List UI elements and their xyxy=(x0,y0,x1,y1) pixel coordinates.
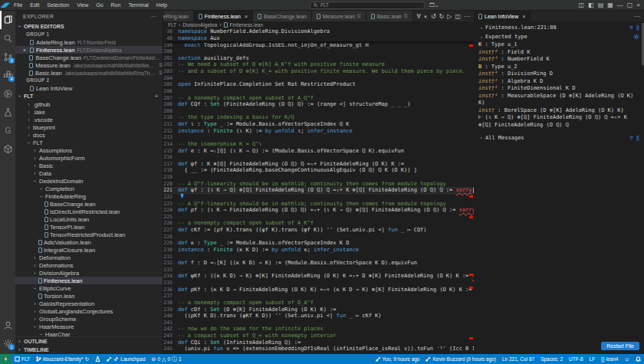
folder-docs[interactable]: ›docs xyxy=(15,131,163,139)
code-line[interactable]: 227def cKf := (ρf K).trans ((ψf K).trans… xyxy=(163,227,474,234)
all-messages-header[interactable]: › All Messages ▽‖ xyxy=(478,135,639,143)
code-line[interactable]: 205open InfinitePlace.Completion Set Rat… xyxy=(163,81,474,88)
code-line[interactable]: 229def κ : Type _ := Module.Basis.ofVect… xyxy=(163,240,474,247)
menu-file[interactable]: File xyxy=(11,2,25,8)
sync-icon[interactable]: ↻ xyxy=(84,356,89,362)
folder-deformations[interactable]: ›Deformations xyxy=(15,261,163,269)
code-line[interactable]: 212instance : Finite (ι K) := by unfold … xyxy=(163,127,474,134)
pin-icon[interactable]: ⊙ xyxy=(630,25,633,32)
folder-completion[interactable]: ›Completion xyxy=(15,185,163,192)
code-line[interactable]: 241 xyxy=(163,320,474,326)
layout-control-icon[interactable]: ▦ xyxy=(607,2,613,9)
code-line[interactable]: 202-- We need a subset of D ⊗[K] A_K^f w… xyxy=(163,61,474,68)
split-editor-icon[interactable]: ◫ xyxy=(455,13,461,20)
tab-basechange-lean[interactable]: BaseChange.lean xyxy=(253,11,312,21)
code-line[interactable]: 228 xyxy=(163,233,474,240)
code-line[interactable]: 216 xyxy=(163,154,474,161)
more-actions-icon[interactable]: ⋯ xyxy=(634,13,640,20)
code-line[interactable]: 236def ρKf : (κ K D → FiniteAdeleRing (O… xyxy=(163,286,474,293)
code-line[interactable]: 239def cDf : Set (D ⊗[K] FiniteAdeleRing… xyxy=(163,306,474,313)
more-actions-icon[interactable]: ⋯ xyxy=(464,13,470,20)
code-line[interactable]: 220-- A ℚ^f-linearity should be in mathl… xyxy=(163,180,474,187)
code-line[interactable]: 224def ρf : (ι K → FiniteAdeleRing (O ℚ)… xyxy=(163,207,474,214)
menu-terminal[interactable]: Terminal xyxy=(125,2,151,8)
settings-gear-icon[interactable]: 1 xyxy=(0,334,15,353)
file-finiteness.lean[interactable]: Finiteness.lean xyxy=(15,277,163,284)
lean-extension-icon[interactable] xyxy=(0,139,15,158)
infoview-location-header[interactable]: › Finiteness.lean:221:88 ⊙‖ xyxy=(478,25,639,32)
minimize-icon[interactable]: — xyxy=(617,2,623,9)
open-editor-item[interactable]: BaseChange.leanFLT/DedekindDomain/Finite… xyxy=(15,54,163,61)
file-localunits.lean[interactable]: LocalUnits.lean xyxy=(15,215,163,223)
explorer-more-icon[interactable]: ⋯ xyxy=(151,14,156,20)
language-mode[interactable]: {}lean4 xyxy=(598,356,621,362)
code-line[interactable]: 211def ι : Type _ := Module.Basis.ofVect… xyxy=(163,121,474,128)
command-center-search[interactable]: FLT xyxy=(310,2,425,9)
breadcrumb[interactable]: FLT›DivisionAlgebra›Finiteness.lean xyxy=(163,21,474,28)
expected-type-header[interactable]: › Expected type xyxy=(478,34,639,41)
gitlens-icon[interactable]: G xyxy=(0,121,15,139)
search-icon[interactable] xyxy=(0,29,15,48)
close-icon[interactable]: × xyxy=(21,47,28,54)
cursor-position[interactable]: Ln 221, Col 87 xyxy=(499,356,537,362)
code-line[interactable]: 214-- the isomorphism K = ℚ^ι xyxy=(163,141,474,148)
tab-basic-lean[interactable]: Basic.lean⚿ xyxy=(366,11,413,21)
code-line[interactable]: 243-- a compact subset of ℚ_∞ with nonem… xyxy=(163,333,474,339)
code-line[interactable]: 225 xyxy=(163,214,474,221)
folder-finiteadelering[interactable]: ›FiniteAdeleRing xyxy=(15,192,163,200)
folder-.vscode[interactable]: ›.vscode xyxy=(15,116,163,123)
tab-measure-lean[interactable]: Measure.lean⚿ xyxy=(312,11,366,21)
code-line[interactable]: 208def CQf : Set (FiniteAdeleRing (O ℚ) … xyxy=(163,101,474,108)
file-torsion.lean[interactable]: Torsion.lean xyxy=(15,292,163,300)
extensions-icon[interactable]: 4 xyxy=(0,66,15,84)
close-icon[interactable]: × xyxy=(636,2,640,9)
code-line[interactable]: 210-- the type indexing a basis for K/ℚ xyxy=(163,114,474,121)
notifications-bell-icon[interactable] xyxy=(632,356,644,362)
code-line[interactable]: 217def φf : K ⊗[ℚ] FiniteAdeleRing (O ℚ)… xyxy=(163,161,474,168)
encoding[interactable]: UTF-8 xyxy=(566,356,586,362)
menu-view[interactable]: View xyxy=(74,2,91,8)
compare-icon[interactable]: ◐ xyxy=(424,13,428,20)
folder-data[interactable]: ›Data xyxy=(15,169,163,177)
code-line[interactable]: 231 xyxy=(163,253,474,260)
folder-globallanglandsconjectures[interactable]: ›GlobalLanglandsConjectures xyxy=(15,307,163,315)
menu-help[interactable]: Help xyxy=(153,2,170,8)
restore-icon[interactable]: ▢ xyxy=(627,2,633,9)
folder-galoisrepresentation[interactable]: ›GaloisRepresentation xyxy=(15,300,163,307)
run-circle-icon[interactable]: ▷ xyxy=(447,13,452,20)
sticky-line[interactable]: 48namespace Aux xyxy=(163,35,474,42)
open-editor-item[interactable]: Measure.lean.lake/packages/mathlib/Mathl… xyxy=(15,61,163,69)
launchpad-indicator[interactable]: Launchpad xyxy=(104,354,148,364)
restart-file-button[interactable]: Restart File xyxy=(601,342,639,350)
explorer-icon[interactable] xyxy=(0,11,15,29)
folder-basic[interactable]: ›Basic xyxy=(15,162,163,169)
code-line[interactable]: 200 xyxy=(163,48,474,55)
back-circle-icon[interactable]: ↺ xyxy=(431,13,436,20)
folder-flt[interactable]: ›FLT xyxy=(15,139,163,146)
code-line[interactable]: 209 xyxy=(163,108,474,115)
folder-deformation[interactable]: ›Deformation xyxy=(15,254,163,261)
code-line[interactable]: 201section auxiliary_defs xyxy=(163,55,474,62)
file-integralclosure.lean[interactable]: IntegralClosure.lean xyxy=(15,246,163,254)
beaker-indicator[interactable] xyxy=(92,354,104,364)
file-tensorpi.lean[interactable]: TensorPi.lean xyxy=(15,223,163,231)
source-control-icon[interactable]: 3 xyxy=(0,48,15,66)
code-line[interactable]: 203-- and a subset of D ⊗[K] K_∞ with po… xyxy=(163,68,474,75)
code-line[interactable]: 230instance : Finite (κ K D) := by unfol… xyxy=(163,247,474,254)
workspace-indicator[interactable]: FLT xyxy=(12,354,33,364)
tab-finiteness-lean[interactable]: Finiteness.lean× xyxy=(194,11,253,21)
code-line[interactable]: 219 xyxy=(163,174,474,181)
settings-icon[interactable] xyxy=(633,34,639,40)
outline-section[interactable]: ›OUTLINE xyxy=(15,337,163,346)
folder-divisionalgebra[interactable]: ›DivisionAlgebra xyxy=(15,269,163,277)
code-line[interactable]: 221def ψf : (ι K → ℚ) ⊗[ℚ] FiniteAdeleRi… xyxy=(163,187,474,194)
code-line[interactable]: 237 xyxy=(163,293,474,300)
folder-.github[interactable]: ›.github xyxy=(15,100,163,108)
workspace-root-section[interactable]: › FLT + xyxy=(15,92,163,100)
folder-dedekinddomain[interactable]: ›DedekindDomain xyxy=(15,177,163,185)
menu-go[interactable]: Go xyxy=(93,2,106,8)
menu-selection[interactable]: Selection xyxy=(44,2,72,8)
indentation[interactable]: Spaces: 2 xyxy=(537,356,566,362)
blame-you[interactable]: You, 9 hours ago xyxy=(373,356,423,362)
code-line[interactable]: 223-- A ℚ^f-linearity should be in mathl… xyxy=(163,200,474,207)
